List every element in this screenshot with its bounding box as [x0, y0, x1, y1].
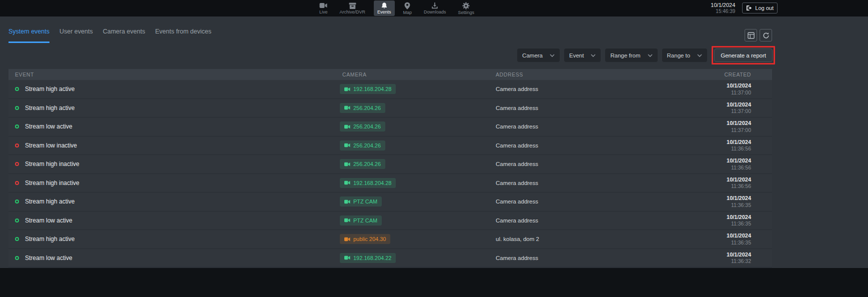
created-date: 10/1/2024	[727, 194, 751, 202]
camera-filter-label: Camera	[522, 52, 543, 58]
camera-badge[interactable]: 256.204.26	[340, 103, 385, 113]
logout-button[interactable]: Log out	[742, 2, 778, 14]
created-time: 11:36:35	[731, 202, 751, 209]
camera-address: Camera address	[494, 192, 667, 211]
created-cell: 10/1/2024 11:36:56	[667, 136, 772, 155]
status-circle-icon	[15, 87, 19, 91]
nav-label: Downloads	[424, 10, 446, 14]
event-cell: Stream high active	[8, 80, 340, 98]
table-row[interactable]: Stream high inactive 256.204.26 Camera a…	[8, 155, 772, 174]
created-date: 10/1/2024	[727, 101, 751, 108]
camera-cell: 192.168.204.28	[340, 80, 494, 98]
created-date: 10/1/2024	[727, 82, 751, 89]
table-row[interactable]: Stream high active PTZ CAM Camera addres…	[8, 192, 772, 212]
table-row[interactable]: Stream low inactive 256.204.26 Camera ad…	[8, 136, 772, 156]
camera-cell: PTZ CAM	[340, 212, 494, 230]
table-header: EVENT CAMERA ADDRESS CREATED	[8, 69, 772, 80]
table-row[interactable]: Stream low active PTZ CAM Camera address…	[8, 212, 772, 230]
camera-name: 256.204.26	[353, 105, 381, 111]
created-date: 10/1/2024	[727, 214, 751, 220]
header-address: ADDRESS	[494, 72, 667, 78]
nav-events[interactable]: Events	[374, 0, 395, 16]
created-cell: 10/1/2024 11:37:00	[667, 80, 772, 98]
camera-icon	[344, 143, 350, 148]
filters-row: Camera Event Range from Range to Generat…	[8, 46, 772, 64]
current-date: 10/1/2024	[711, 2, 735, 8]
refresh-icon	[763, 32, 770, 39]
view-buttons	[745, 29, 772, 43]
event-filter-dropdown[interactable]: Event	[564, 48, 601, 62]
current-time: 15:46:39	[711, 8, 735, 14]
camera-cell: 256.204.26	[340, 118, 494, 136]
gear-icon	[462, 2, 470, 10]
event-name: Stream low active	[25, 217, 72, 224]
table-row[interactable]: Stream low active 192.168.204.22 Camera …	[8, 249, 772, 268]
event-cell: Stream high active	[8, 192, 340, 211]
status-circle-icon	[15, 124, 19, 128]
camera-badge[interactable]: 256.204.26	[340, 159, 385, 169]
camera-badge[interactable]: PTZ CAM	[340, 216, 382, 226]
map-pin-icon	[404, 2, 410, 10]
nav-live[interactable]: Live	[316, 0, 331, 16]
created-date: 10/1/2024	[727, 157, 751, 164]
camera-badge[interactable]: 256.204.26	[340, 122, 385, 132]
status-circle-icon	[15, 106, 19, 110]
camera-name: 192.168.204.28	[353, 86, 391, 92]
camera-badge[interactable]: 192.168.204.28	[340, 178, 396, 188]
created-time: 11:37:00	[731, 108, 751, 115]
table-row[interactable]: Stream high inactive 192.168.204.28 Came…	[8, 174, 772, 193]
created-time: 11:36:35	[731, 240, 751, 246]
tab-events-from-devices[interactable]: Events from devices	[155, 28, 211, 43]
bottom-bar	[0, 268, 868, 297]
camera-cell: 192.168.204.28	[340, 174, 494, 192]
topbar-right: 10/1/2024 15:46:39 Log out	[711, 2, 778, 14]
header-event: EVENT	[8, 72, 340, 78]
camera-icon	[344, 106, 350, 110]
nav-label: Map	[403, 10, 412, 15]
camera-badge[interactable]: 256.204.26	[340, 140, 385, 150]
camera-address: Camera address	[494, 99, 667, 118]
camera-address: Camera address	[494, 174, 667, 192]
created-time: 11:36:35	[731, 220, 751, 228]
tab-camera-events[interactable]: Camera events	[103, 28, 145, 43]
content-area: System events User events Camera events …	[8, 16, 772, 268]
created-time: 11:36:56	[731, 146, 751, 152]
nav-map[interactable]: Map	[400, 0, 416, 16]
camera-icon	[344, 200, 350, 204]
range-to-dropdown[interactable]: Range to	[662, 48, 708, 62]
table-row[interactable]: Stream high active 192.168.204.28 Camera…	[8, 80, 772, 99]
nav-downloads[interactable]: Downloads	[420, 0, 450, 16]
camera-name: public 204.30	[353, 236, 386, 242]
camera-badge[interactable]: 192.168.204.28	[340, 84, 396, 94]
chevron-down-icon	[550, 54, 555, 57]
tab-system-events[interactable]: System events	[8, 28, 49, 43]
camera-badge[interactable]: PTZ CAM	[340, 196, 382, 206]
table-row[interactable]: Stream high active 256.204.26 Camera add…	[8, 99, 772, 118]
camera-badge[interactable]: public 204.30	[340, 234, 390, 244]
tab-user-events[interactable]: User events	[59, 28, 93, 43]
header-created: CREATED	[667, 72, 772, 78]
generate-report-button[interactable]: Generate a report	[714, 48, 773, 62]
event-name: Stream high active	[25, 86, 74, 92]
created-date: 10/1/2024	[727, 138, 751, 146]
created-time: 11:36:56	[731, 183, 751, 190]
table-row[interactable]: Stream low active 256.204.26 Camera addr…	[8, 118, 772, 136]
refresh-button[interactable]	[760, 29, 772, 42]
report-table-button[interactable]	[745, 29, 757, 42]
camera-address: Camera address	[494, 80, 667, 98]
video-camera-icon	[319, 2, 327, 9]
range-from-dropdown[interactable]: Range from	[605, 48, 657, 62]
download-icon	[431, 2, 438, 9]
nav-archive-dvr[interactable]: Archive/DVR	[336, 0, 369, 16]
nav-label: Live	[319, 10, 328, 14]
table-row[interactable]: Stream high active public 204.30 ul. kol…	[8, 230, 772, 249]
range-from-label: Range from	[610, 52, 640, 58]
event-cell: Stream low active	[8, 118, 340, 136]
event-cell: Stream high active	[8, 99, 340, 118]
nav-settings[interactable]: Settings	[455, 0, 478, 16]
camera-badge[interactable]: 192.168.204.22	[340, 253, 396, 263]
camera-icon	[344, 87, 350, 92]
created-time: 11:37:00	[731, 127, 751, 134]
camera-filter-dropdown[interactable]: Camera	[517, 48, 560, 62]
event-name: Stream low inactive	[25, 142, 77, 149]
